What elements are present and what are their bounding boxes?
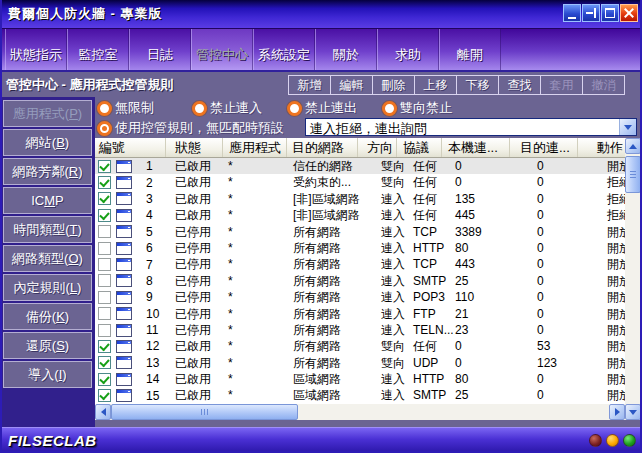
rule-number: 6 bbox=[146, 240, 153, 256]
cell-direction: 連入 bbox=[358, 256, 397, 272]
rule-enabled-checkbox[interactable] bbox=[98, 225, 111, 238]
column-header[interactable]: 目的連... bbox=[510, 138, 578, 157]
rule-action-button[interactable]: 刪除 bbox=[372, 75, 415, 95]
rule-action-button[interactable]: 下移 bbox=[456, 75, 499, 95]
rule-enabled-checkbox[interactable] bbox=[98, 274, 111, 287]
sidebar-item[interactable]: 內定規則(L) bbox=[3, 274, 92, 301]
radio-icon[interactable] bbox=[97, 101, 112, 116]
scroll-right-button[interactable] bbox=[609, 404, 625, 420]
table-row[interactable]: 14 已啟用 * 區域網路 連入 HTTP 80 0 開放 bbox=[95, 371, 625, 387]
table-row[interactable]: 9 已停用 * 所有網路 連入 POP3 110 0 開放 bbox=[95, 289, 625, 305]
scroll-left-button[interactable] bbox=[95, 404, 111, 420]
column-header[interactable]: 應用程式 bbox=[223, 138, 287, 157]
minimize-button[interactable] bbox=[563, 4, 581, 22]
rule-enabled-checkbox[interactable] bbox=[98, 389, 111, 402]
use-rules-radio[interactable] bbox=[97, 121, 112, 136]
minimize-to-tray-button[interactable] bbox=[582, 4, 600, 22]
table-row[interactable]: 5 已停用 * 所有網路 連入 TCP 3389 0 開放 bbox=[95, 224, 625, 240]
rule-enabled-checkbox[interactable] bbox=[98, 209, 111, 222]
table-row[interactable]: 8 已停用 * 所有網路 連入 SMTP 25 0 開放 bbox=[95, 273, 625, 289]
sidebar-item[interactable]: 導入(I) bbox=[3, 361, 92, 388]
radio-icon[interactable] bbox=[192, 101, 207, 116]
horizontal-scrollbar[interactable] bbox=[95, 404, 625, 420]
toolbar-button[interactable]: 管控中心 bbox=[191, 29, 253, 70]
scroll-up-button[interactable] bbox=[625, 138, 641, 154]
status-led bbox=[623, 434, 636, 447]
sidebar-item[interactable]: 還原(S) bbox=[3, 332, 92, 359]
rule-enabled-checkbox[interactable] bbox=[98, 176, 111, 189]
rule-enabled-checkbox[interactable] bbox=[98, 291, 111, 304]
rule-action-button[interactable]: 編輯 bbox=[330, 75, 373, 95]
table-row[interactable]: 13 已啟用 * 所有網路 雙向 UDP 0 123 開放 bbox=[95, 355, 625, 371]
table-row[interactable]: 6 已停用 * 所有網路 連入 HTTP 80 0 開放 bbox=[95, 240, 625, 256]
rule-enabled-checkbox[interactable] bbox=[98, 258, 111, 271]
rule-action-button[interactable]: 套用 bbox=[540, 75, 583, 95]
rule-enabled-checkbox[interactable] bbox=[98, 160, 111, 173]
policy-radio-group: 無限制 禁止連入 禁止連出 雙向禁止 bbox=[97, 99, 477, 117]
toolbar-button[interactable]: 監控室 bbox=[67, 29, 129, 70]
table-row[interactable]: 3 已啟用 * [非]區域網路 連入 任何 135 0 拒絕 bbox=[95, 191, 625, 207]
sidebar-item[interactable]: 網路芳鄰(R) bbox=[3, 158, 92, 185]
sidebar-item[interactable]: ICMP bbox=[3, 187, 92, 214]
horizontal-scroll-thumb[interactable] bbox=[111, 404, 298, 420]
toolbar-button[interactable]: 日誌 bbox=[129, 29, 191, 70]
rule-action-button[interactable]: 上移 bbox=[414, 75, 457, 95]
rule-enabled-checkbox[interactable] bbox=[98, 340, 111, 353]
rule-enabled-checkbox[interactable] bbox=[98, 192, 111, 205]
cell-protocol: FTP bbox=[397, 306, 442, 322]
toolbar-button[interactable]: 狀態指示 bbox=[5, 29, 67, 70]
rule-header-bar: 管控中心 - 應用程式控管規則 新增 編輯 刪除 上移 下移 查找 套用 撤消 bbox=[0, 70, 642, 97]
radio-icon[interactable] bbox=[382, 101, 397, 116]
rule-enabled-checkbox[interactable] bbox=[98, 307, 111, 320]
table-row[interactable]: 1 已啟用 * 信任的網路 雙向 任何 0 0 開放 bbox=[95, 158, 625, 174]
table-row[interactable]: 12 已啟用 * 所有網路 雙向 任何 0 53 開放 bbox=[95, 338, 625, 354]
table-row[interactable]: 2 已啟用 * 受約束的... 雙向 任何 0 0 拒絕 bbox=[95, 174, 625, 190]
column-header[interactable]: 編號 bbox=[95, 138, 166, 157]
policy-radio-option[interactable]: 禁止連入 bbox=[192, 99, 287, 117]
sidebar-item[interactable]: 應用程式(P) bbox=[3, 100, 92, 127]
cell-destination-port: 0 bbox=[510, 191, 578, 207]
sidebar-item[interactable]: 網路類型(O) bbox=[3, 245, 92, 272]
toolbar-button[interactable]: 關於 bbox=[315, 29, 377, 70]
column-header[interactable]: 方向 bbox=[358, 138, 397, 157]
table-row[interactable]: 15 已啟用 * 區域網路 連入 SMTP 25 0 開放 bbox=[95, 387, 625, 403]
policy-radio-option[interactable]: 無限制 bbox=[97, 99, 192, 117]
default-policy-select[interactable]: 連入拒絕，連出詢問 bbox=[305, 118, 637, 136]
table-row[interactable]: 11 已停用 * 所有網路 連入 TELN... 23 0 開放 bbox=[95, 322, 625, 338]
cell-destination-network: 所有網路 bbox=[287, 273, 358, 289]
table-row[interactable]: 10 已停用 * 所有網路 連入 FTP 21 0 開放 bbox=[95, 306, 625, 322]
column-header[interactable]: 狀態 bbox=[166, 138, 223, 157]
toolbar-button[interactable]: 離開 bbox=[439, 29, 501, 70]
toolbar-button[interactable]: 求助 bbox=[377, 29, 439, 70]
policy-radio-option[interactable]: 雙向禁止 bbox=[382, 99, 477, 117]
cell-application: * bbox=[223, 355, 287, 371]
combo-dropdown-button[interactable] bbox=[619, 119, 636, 135]
rule-action-button[interactable]: 查找 bbox=[498, 75, 541, 95]
sidebar-item[interactable]: 時間類型(T) bbox=[3, 216, 92, 243]
column-header[interactable]: 動作 bbox=[578, 138, 625, 157]
cell-destination-network: 受約束的... bbox=[287, 174, 358, 190]
policy-radio-option[interactable]: 禁止連出 bbox=[287, 99, 382, 117]
sidebar-item[interactable]: 網站(B) bbox=[3, 129, 92, 156]
use-rules-option[interactable]: 使用控管規則，無匹配時預設 bbox=[97, 119, 284, 137]
maximize-button[interactable] bbox=[601, 4, 619, 22]
cell-status: 已啟用 bbox=[166, 371, 223, 387]
table-row[interactable]: 7 已停用 * 所有網路 連入 TCP 443 0 開放 bbox=[95, 256, 625, 272]
rule-enabled-checkbox[interactable] bbox=[98, 324, 111, 337]
column-header[interactable]: 目的網路 bbox=[287, 138, 358, 157]
column-header[interactable]: 本機連... bbox=[442, 138, 510, 157]
rule-enabled-checkbox[interactable] bbox=[98, 373, 111, 386]
toolbar-button[interactable]: 系統設定 bbox=[253, 29, 315, 70]
rule-enabled-checkbox[interactable] bbox=[98, 356, 111, 369]
vertical-scroll-thumb[interactable] bbox=[625, 156, 641, 193]
scroll-down-button[interactable] bbox=[625, 404, 641, 420]
table-row[interactable]: 4 已啟用 * [非]區域網路 連入 任何 445 0 拒絕 bbox=[95, 207, 625, 223]
close-button[interactable] bbox=[620, 4, 638, 22]
rule-enabled-checkbox[interactable] bbox=[98, 242, 111, 255]
sidebar-item[interactable]: 備份(K) bbox=[3, 303, 92, 330]
rule-action-button[interactable]: 新增 bbox=[288, 75, 331, 95]
rule-action-button[interactable]: 撤消 bbox=[582, 75, 625, 95]
column-header[interactable]: 協議 bbox=[397, 138, 442, 157]
vertical-scrollbar[interactable] bbox=[625, 138, 641, 420]
radio-icon[interactable] bbox=[287, 101, 302, 116]
